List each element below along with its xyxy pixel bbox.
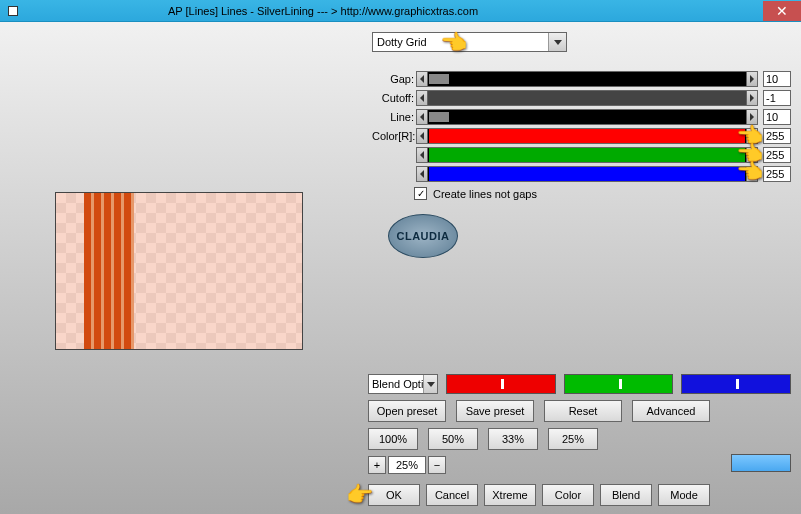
color-b-slider[interactable] [416, 166, 758, 182]
create-lines-label: Create lines not gaps [433, 188, 537, 200]
cancel-button[interactable]: Cancel [426, 484, 478, 506]
zoom-33-button[interactable]: 33% [488, 428, 538, 450]
xtreme-button[interactable]: Xtreme [484, 484, 536, 506]
preview-pane [0, 22, 358, 514]
line-label: Line: [372, 111, 416, 123]
ok-button[interactable]: OK [368, 484, 420, 506]
save-preset-button[interactable]: Save preset [456, 400, 534, 422]
color-r-slider[interactable] [416, 128, 758, 144]
cutoff-slider[interactable] [416, 90, 758, 106]
gap-value[interactable]: 10 [763, 71, 791, 87]
gap-label: Gap: [372, 73, 416, 85]
controls-pane: Dotty Grid 👈 Gap: 10 Cutoff: -1 [358, 22, 801, 514]
line-value[interactable]: 10 [763, 109, 791, 125]
color-r-value[interactable]: 255 [763, 128, 791, 144]
arrow-right-icon[interactable] [746, 71, 758, 87]
step-plus-button[interactable]: + [368, 456, 386, 474]
color-b-value[interactable]: 255 [763, 166, 791, 182]
cutoff-value[interactable]: -1 [763, 90, 791, 106]
chevron-down-icon[interactable] [548, 33, 566, 51]
arrow-left-icon[interactable] [416, 71, 428, 87]
arrow-left-icon[interactable] [416, 90, 428, 106]
color-r-label: Color[R]: [372, 130, 416, 142]
color-g-value[interactable]: 255 [763, 147, 791, 163]
arrow-left-icon[interactable] [416, 147, 428, 163]
arrow-right-icon[interactable] [746, 147, 758, 163]
create-lines-checkbox[interactable] [414, 187, 427, 200]
zoom-25-button[interactable]: 25% [548, 428, 598, 450]
preset-dropdown[interactable]: Dotty Grid [372, 32, 567, 52]
open-preset-button[interactable]: Open preset [368, 400, 446, 422]
color-g-slider[interactable] [416, 147, 758, 163]
claudia-badge: CLAUDIA [388, 214, 458, 258]
app-icon [8, 6, 18, 16]
arrow-left-icon[interactable] [416, 128, 428, 144]
step-minus-button[interactable]: − [428, 456, 446, 474]
mode-button[interactable]: Mode [658, 484, 710, 506]
blend-option-dropdown[interactable]: Blend Opti [368, 374, 438, 394]
close-button[interactable]: ✕ [763, 1, 801, 21]
line-slider[interactable] [416, 109, 758, 125]
titlebar: AP [Lines] Lines - SilverLining --- > ht… [0, 0, 801, 22]
reset-button[interactable]: Reset [544, 400, 622, 422]
color-button[interactable]: Color [542, 484, 594, 506]
arrow-left-icon[interactable] [416, 166, 428, 182]
zoom-100-button[interactable]: 100% [368, 428, 418, 450]
green-slider[interactable] [564, 374, 674, 394]
arrow-right-icon[interactable] [746, 90, 758, 106]
preview-image [55, 192, 303, 350]
red-slider[interactable] [446, 374, 556, 394]
blend-button[interactable]: Blend [600, 484, 652, 506]
gap-slider[interactable] [416, 71, 758, 87]
arrow-left-icon[interactable] [416, 109, 428, 125]
arrow-right-icon[interactable] [746, 166, 758, 182]
step-value[interactable]: 25% [388, 456, 426, 474]
chevron-down-icon[interactable] [423, 375, 437, 393]
zoom-50-button[interactable]: 50% [428, 428, 478, 450]
preset-selected: Dotty Grid [377, 36, 427, 48]
window-title: AP [Lines] Lines - SilverLining --- > ht… [168, 5, 763, 17]
arrow-right-icon[interactable] [746, 109, 758, 125]
blue-slider[interactable] [681, 374, 791, 394]
color-swatch[interactable] [731, 454, 791, 472]
cutoff-label: Cutoff: [372, 92, 416, 104]
advanced-button[interactable]: Advanced [632, 400, 710, 422]
arrow-right-icon[interactable] [746, 128, 758, 144]
